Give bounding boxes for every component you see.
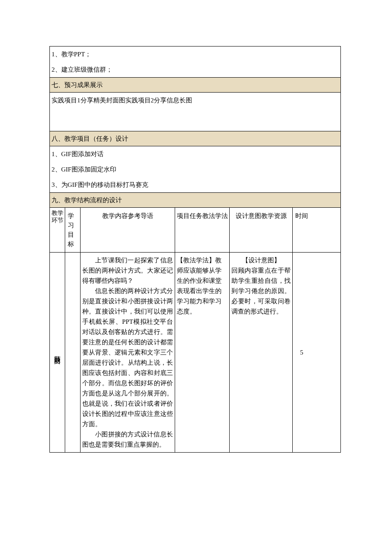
section-6-body: 1、教学PPT； 2、建立班级微信群； xyxy=(50,46,340,78)
s8-item-3: 3、为GIF图中的移动目标打马赛克 xyxy=(52,180,339,190)
row-content-p1: 上节课我们一起探索了信息长图的两种设计方式。大家还记得有哪些内容吗？ xyxy=(82,255,173,286)
th-stage: 教学环节 xyxy=(50,208,65,252)
row-method-cell: 【教法学法】教师应该能够从学生的作业和课堂表现看出学生的学习能力和学习态度。 xyxy=(175,253,230,452)
section-8-body: 1、GIF图添加对话 2、GIF图添加固定水印 3、为GIF图中的移动目标打马赛… xyxy=(50,146,340,193)
s6-item-2: 2、建立班级微信群； xyxy=(52,64,339,75)
row-goal-cell xyxy=(65,253,81,452)
row-intent-label: 【设计意图】 xyxy=(231,255,291,265)
table-header-row: 教学环节 学习 目标 教学内容参考导语 项目任务教法学法 设计意图教学资源 时间 xyxy=(50,208,340,253)
th-time: 时间 xyxy=(293,208,311,252)
th-method: 项目任务教法学法 xyxy=(175,208,230,252)
section-7-body: 实践项目1分享精美封面图实践项目2分享信息长图 xyxy=(50,93,340,131)
section-7-header: 七、预习成果展示 xyxy=(50,78,340,93)
s8-item-1: 1、GIF图添加对话 xyxy=(52,149,339,159)
th-intent: 设计意图教学资源 xyxy=(230,208,293,252)
row-stage-label: 节顾前回 xyxy=(50,253,65,452)
th-goal-line1: 学习 xyxy=(68,211,79,230)
s6-item-1: 1、教学PPT； xyxy=(52,49,339,59)
lesson-plan-table: 1、教学PPT； 2、建立班级微信群； 七、预习成果展示 实践项目1分享精美封面… xyxy=(49,46,341,453)
th-content: 教学内容参考导语 xyxy=(81,208,175,252)
section-9-header: 九、教学结构流程的设计 xyxy=(50,193,340,208)
section-8-header: 八、教学项目（任务）设计 xyxy=(50,131,340,146)
row-content-p3: 小图拼接的方式设计信息长图也是需要我们重点掌握的。 xyxy=(82,429,173,450)
th-goal-line2: 目标 xyxy=(68,230,79,249)
row-content-cell: 上节课我们一起探索了信息长图的两种设计方式。大家还记得有哪些内容吗？ 信息长图的… xyxy=(81,253,175,452)
row-intent-text: 回顾内容重点在于帮助学生重拾自信，找到学习倦怠的原因。必要时，可采取问卷调查的形… xyxy=(231,265,291,317)
s8-item-2: 2、GIF图添加固定水印 xyxy=(52,164,339,174)
page: 1、教学PPT； 2、建立班级微信群； 七、预习成果展示 实践项目1分享精美封面… xyxy=(0,0,392,555)
row-intent-cell: 【设计意图】 回顾内容重点在于帮助学生重拾自信，找到学习倦怠的原因。必要时，可采… xyxy=(230,253,293,452)
row-time-cell: 5 xyxy=(293,253,311,452)
table-row: 节顾前回 上节课我们一起探索了信息长图的两种设计方式。大家还记得有哪些内容吗？ … xyxy=(50,253,340,452)
th-goal: 学习 目标 xyxy=(65,208,81,252)
row-content-p2: 信息长图的两种设计方式分别是直接设计和小图拼接设计两种。直接设计中，我们可以使用… xyxy=(82,286,173,429)
